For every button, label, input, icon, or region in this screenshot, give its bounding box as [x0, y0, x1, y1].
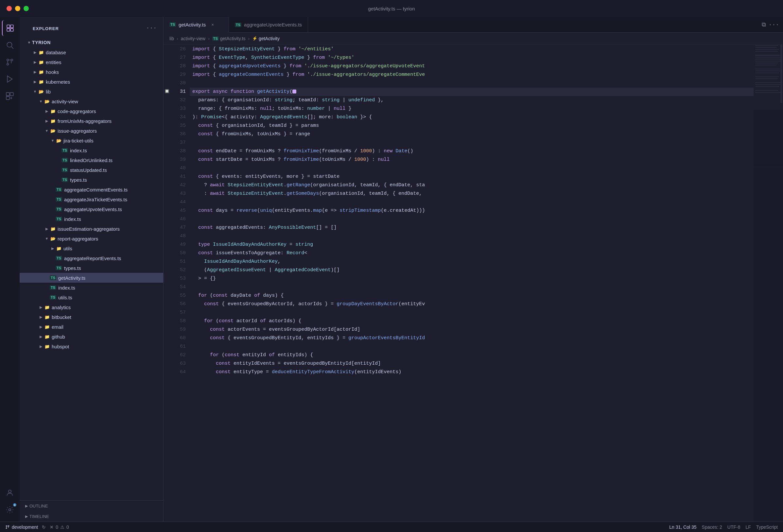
folder-icon-code-aggregators: 📁	[50, 109, 56, 114]
tree-item-database[interactable]: ▶ 📁 database	[20, 47, 163, 57]
breadcrumb-lib[interactable]: lib	[169, 36, 174, 41]
svg-point-8	[7, 63, 8, 65]
tree-item-types-jira[interactable]: ▶ TS types.ts	[20, 175, 163, 185]
tab-getActivity[interactable]: TS getActivity.ts ×	[163, 17, 229, 33]
spaces-indicator[interactable]: Spaces: 2	[702, 525, 722, 530]
tree-arrow-bitbucket: ▶	[38, 314, 44, 320]
tree-item-aggregateReport[interactable]: ▶ TS aggregateReportEvents.ts	[20, 253, 163, 263]
folder-icon-hooks: 📁	[38, 70, 44, 74]
explorer-icon[interactable]	[2, 20, 18, 36]
run-icon[interactable]	[2, 71, 18, 87]
code-lines[interactable]: import { StepsizeEntityEvent } from '~/e…	[190, 44, 754, 522]
tree-label-github: github	[52, 334, 65, 339]
tree-label-email: email	[52, 324, 63, 330]
tree-label-types-jira: types.ts	[70, 177, 87, 183]
branch-indicator[interactable]: development	[5, 525, 38, 530]
tree-item-tyrion[interactable]: ▼ TYRION	[20, 38, 163, 47]
tree-item-analytics[interactable]: ▶ 📁 analytics	[20, 302, 163, 312]
svg-point-6	[7, 59, 8, 61]
tree-label-index-issue: index.ts	[64, 216, 81, 222]
breadcrumb-file[interactable]: TS getActivity.ts	[212, 36, 246, 41]
folder-icon-utils: 📁	[56, 246, 62, 251]
tree-item-github[interactable]: ▶ 📁 github	[20, 332, 163, 341]
tree-item-linkedOrUnlinked[interactable]: ▶ TS linkedOrUnlinked.ts	[20, 155, 163, 165]
close-button[interactable]	[6, 6, 12, 11]
tree-item-fromUnixMs-aggregators[interactable]: ▶ 📁 fromUnixMs-aggregators	[20, 116, 163, 126]
svg-point-37	[6, 526, 6, 526]
titlebar: getActivity.ts — tyrion	[0, 0, 783, 17]
outline-header[interactable]: ▶ OUTLINE	[20, 501, 163, 511]
split-editor-icon[interactable]: ⧉	[762, 22, 766, 28]
more-actions-icon[interactable]: ···	[769, 22, 779, 28]
tree-arrow-code-aggregators: ▶	[44, 108, 50, 114]
tree-arrow-kubernetes: ▶	[32, 79, 38, 85]
tree-arrow-fromUnixMs: ▶	[44, 118, 50, 124]
tree-item-activity-view[interactable]: ▼ 📂 activity-view	[20, 96, 163, 106]
activity-bar: 1	[0, 17, 20, 522]
tree-item-report-aggregators[interactable]: ▼ 📂 report-aggregators	[20, 234, 163, 243]
tab-actions: ⧉ ···	[762, 17, 783, 32]
search-icon[interactable]	[2, 37, 18, 53]
tree-item-index-ts-jira[interactable]: ▶ TS index.ts	[20, 145, 163, 155]
tree-label-code-aggregators: code-aggregators	[58, 108, 96, 114]
sidebar-more-icon[interactable]: ···	[146, 25, 157, 31]
account-icon[interactable]	[2, 485, 18, 501]
tree-item-jira-ticket-utils[interactable]: ▼ 📂 jira-ticket-utils	[20, 136, 163, 145]
language-indicator[interactable]: TypeScript	[756, 525, 778, 530]
tree-item-getActivity[interactable]: ▶ TS getActivity.ts	[20, 273, 163, 282]
tree-item-index-issue[interactable]: ▶ TS index.ts	[20, 214, 163, 224]
maximize-button[interactable]	[24, 6, 29, 11]
line-55: for (const dayDate of days) {	[190, 292, 754, 300]
tab-close-getActivity[interactable]: ×	[210, 22, 216, 28]
line-59: const actorEvents = eventsGroupedByActor…	[190, 326, 754, 334]
tree-item-index-lib[interactable]: ▶ TS index.ts	[20, 282, 163, 293]
tree-item-lib[interactable]: ▼ 📂 lib	[20, 87, 163, 96]
tree-item-statusUpdated[interactable]: ▶ TS statusUpdated.ts	[20, 165, 163, 175]
minimize-button[interactable]	[15, 6, 20, 11]
tree-item-code-aggregators[interactable]: ▶ 📁 code-aggregators	[20, 106, 163, 116]
sync-indicator[interactable]: ↻	[42, 525, 46, 530]
line-32: params: { organisationId: string; teamId…	[190, 96, 754, 105]
source-control-icon[interactable]	[2, 54, 18, 70]
tree-item-utils-ts[interactable]: ▶ TS utils.ts	[20, 293, 163, 302]
tree-item-utils[interactable]: ▶ 📁 utils	[20, 243, 163, 253]
settings-icon[interactable]: 1	[2, 502, 18, 518]
encoding-indicator[interactable]: UTF-8	[727, 525, 741, 530]
folder-icon-kubernetes: 📁	[38, 79, 44, 84]
tree-label-aggregateJira: aggregateJiraTicketEvents.ts	[64, 197, 127, 202]
error-icon: ✕	[50, 525, 54, 530]
breadcrumb-getActivity-ts[interactable]: getActivity.ts	[220, 36, 246, 41]
tree-item-aggregateUpvote[interactable]: ▶ TS aggregateUpvoteEvents.ts	[20, 204, 163, 214]
line-numbers: 26 27 28 29 30 31 32 33 34 35 36 37 38 3…	[170, 44, 190, 522]
breadcrumb-function[interactable]: ⚡ getActivity	[252, 36, 280, 41]
tree-item-issueEstimation[interactable]: ▶ 📁 issueEstimation-aggregators	[20, 224, 163, 234]
error-warning-indicator[interactable]: ✕ 0 ⚠ 0	[50, 525, 69, 530]
sidebar-bottom: ▶ OUTLINE ▶ TIMELINE	[20, 500, 163, 522]
breadcrumb-activity-view[interactable]: activity-view	[181, 36, 206, 41]
tree-item-aggregateCommentEvents[interactable]: ▶ TS aggregateCommentEvents.ts	[20, 185, 163, 194]
line-41: const { events: entityEvents, more } = s…	[190, 172, 754, 181]
tree-item-hubspot[interactable]: ▶ 📁 hubspot	[20, 341, 163, 351]
tree-item-email[interactable]: ▶ 📁 email	[20, 322, 163, 332]
ts-icon-getActivity: TS	[50, 275, 56, 280]
extensions-icon[interactable]	[2, 88, 18, 104]
window-controls[interactable]	[6, 6, 29, 11]
tree-item-entities[interactable]: ▶ 📁 entities	[20, 57, 163, 67]
tree-item-aggregateJiraTicket[interactable]: ▶ TS aggregateJiraTicketEvents.ts	[20, 194, 163, 204]
tree-item-types-report[interactable]: ▶ TS types.ts	[20, 263, 163, 273]
code-editor[interactable]: 🔲 26 27 28 29 30 31 32 33 34 35 36 37 38…	[163, 44, 783, 522]
line-50: const issueEventsToAggregate: Record<	[190, 249, 754, 258]
tree-item-kubernetes[interactable]: ▶ 📁 kubernetes	[20, 77, 163, 87]
cursor-position[interactable]: Ln 31, Col 35	[669, 525, 696, 530]
tree-arrow-entities: ▶	[32, 59, 38, 65]
tree-label-utils: utils	[63, 246, 72, 251]
tree-item-issue-aggregators[interactable]: ▼ 📂 issue-aggregators	[20, 126, 163, 136]
tree-item-bitbucket[interactable]: ▶ 📁 bitbucket	[20, 312, 163, 322]
tree-label-lib: lib	[46, 89, 51, 94]
tree-label-activity-view: activity-view	[52, 99, 78, 104]
tree-arrow-report: ▼	[44, 236, 50, 241]
line-ending-indicator[interactable]: LF	[746, 525, 751, 530]
tree-item-hooks[interactable]: ▶ 📁 hooks	[20, 67, 163, 77]
tab-aggregateUpvoteEvents[interactable]: TS aggregateUpvoteEvents.ts	[229, 17, 308, 32]
timeline-header[interactable]: ▶ TIMELINE	[20, 511, 163, 522]
